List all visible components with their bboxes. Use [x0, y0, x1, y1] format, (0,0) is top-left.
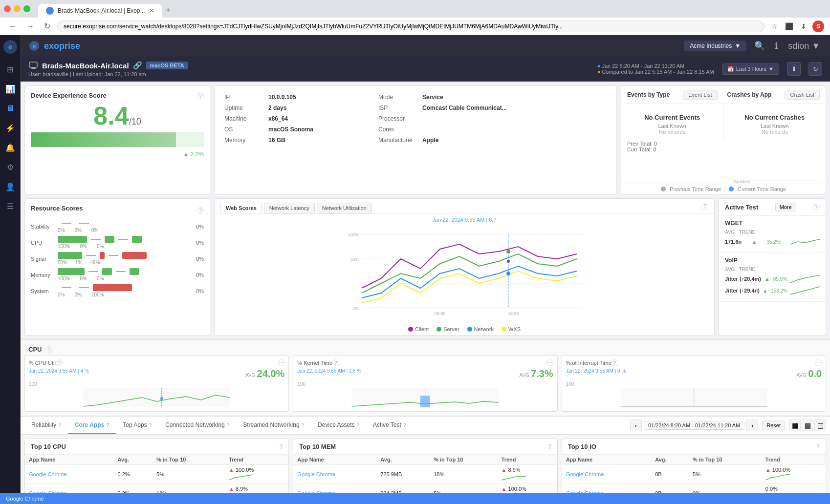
memory-vals: 100% 0% 0% — [58, 276, 189, 281]
sidebar-item-list[interactable]: ☰ — [1, 197, 19, 215]
crash-list-button[interactable]: Crash List — [785, 90, 820, 100]
forward-button[interactable]: → — [23, 21, 37, 32]
maximize-button[interactable] — [23, 5, 30, 12]
voip-title: VoIP — [725, 257, 820, 264]
mem-app-link-1[interactable]: Google Chrome — [297, 471, 335, 477]
cpu-val1: 100% — [58, 244, 70, 249]
mem-avg-1: 725.9MB — [376, 465, 430, 484]
tab-network-utilization[interactable]: Network Utilization — [317, 203, 372, 213]
score-help-icon[interactable]: ? — [197, 92, 204, 99]
tab-top-apps[interactable]: Top Apps ? — [116, 417, 158, 434]
date-prev-button[interactable]: ‹ — [630, 420, 642, 431]
cpu-table-title: Top 10 CPU — [31, 443, 66, 450]
device-icon — [28, 61, 38, 70]
profile-icon[interactable]: S — [812, 21, 824, 32]
io-avg-1: 0B — [651, 465, 689, 484]
tab-reliability[interactable]: Reliability ? — [24, 417, 68, 434]
kernel-time-action[interactable]: ⋯ — [546, 359, 553, 366]
sidebar-item-monitor[interactable]: 🖥 — [1, 100, 19, 117]
active-test-help-icon[interactable]: ? — [813, 204, 820, 210]
bookmark-icon[interactable]: ☆ — [768, 21, 780, 32]
mem-table-help[interactable]: ? — [548, 443, 551, 450]
time-range-button[interactable]: 📅 Last 3 Hours ▼ — [722, 63, 779, 75]
tab-close-button[interactable]: ✕ — [149, 7, 154, 14]
event-list-button[interactable]: Event List — [683, 90, 717, 100]
search-button[interactable]: 🔍 — [752, 39, 767, 53]
svg-text:09:00: 09:00 — [435, 311, 446, 316]
io-table-help[interactable]: ? — [816, 443, 820, 450]
cpu-pct-1: 5% — [153, 465, 225, 484]
signal-val3: 49% — [90, 260, 100, 265]
back-button[interactable]: ← — [6, 21, 20, 32]
network-card: Web Scores Network Latency Network Utili… — [214, 198, 715, 336]
view-list-button[interactable]: ▤ — [802, 420, 813, 431]
reliability-help[interactable]: ? — [58, 422, 61, 428]
memory-bar-2 — [102, 268, 112, 275]
sidebar-item-settings[interactable]: ⚙ — [1, 158, 19, 176]
tab-active-test[interactable]: Active Test ? — [366, 417, 413, 434]
info-card: IP 10.0.0.105 Mode Service Uptime 2 days… — [214, 85, 617, 194]
view-buttons: ▦ ▤ ▥ — [789, 420, 826, 431]
tab-network-latency[interactable]: Network Latency — [264, 203, 315, 213]
events-header: Events by Type Event List Crashes by App… — [621, 86, 826, 104]
view-table-button[interactable]: ▥ — [814, 420, 826, 431]
streamed-networking-help[interactable]: ? — [302, 422, 305, 428]
content-area[interactable]: Device Experience Score ? 8.4/10 ▲ 2.2% — [21, 82, 830, 493]
device-assets-help[interactable]: ? — [357, 422, 360, 428]
top-apps-help[interactable]: ? — [149, 422, 152, 428]
close-button[interactable] — [4, 5, 11, 12]
info-button[interactable]: ℹ — [773, 39, 780, 53]
cpu-util-action2[interactable]: ⋯ — [278, 359, 284, 366]
interrupt-time-date: Jan 22, 2024 9:55 AM | 0 % — [566, 368, 626, 379]
interrupt-time-help[interactable]: ? — [612, 359, 618, 366]
middle-row: Resource Scores ? Stability — [21, 194, 830, 339]
interrupt-y-label: 100 — [566, 381, 822, 387]
refresh-button[interactable]: ↻ — [41, 21, 53, 32]
tab-connected-networking[interactable]: Connected Networking ? — [158, 417, 236, 434]
url-input[interactable] — [57, 21, 764, 32]
interrupt-time-action[interactable]: ⋯ — [815, 359, 822, 366]
sidebar-item-gauge[interactable]: ⚡ — [1, 119, 19, 137]
cpu-table-help[interactable]: ? — [280, 443, 283, 450]
view-grid-button[interactable]: ▦ — [789, 420, 801, 431]
info-value-processor — [418, 113, 611, 124]
mem-col-app: App Name — [293, 455, 376, 465]
refresh-action-button[interactable]: ↻ — [808, 62, 822, 76]
date-range-display: 01/22/24 8:20 AM - 01/22/24 11:20 AM — [644, 421, 744, 430]
download-action-button[interactable]: ⬇ — [787, 62, 801, 76]
active-test-more-button[interactable]: More — [775, 203, 796, 211]
extensions-icon[interactable]: ⬛ — [783, 21, 795, 32]
active-test-help[interactable]: ? — [403, 422, 406, 428]
active-tab[interactable]: Brads-MacBook-Air.local | Exop... ✕ — [38, 4, 162, 18]
kernel-time-help[interactable]: ? — [332, 359, 339, 366]
tab-streamed-networking[interactable]: Streamed Networking ? — [236, 417, 311, 434]
info-value-uptime: 2 days — [264, 103, 374, 113]
chart-help-icon[interactable]: ? — [701, 203, 708, 210]
memory-bar-3 — [130, 268, 139, 275]
connected-networking-help[interactable]: ? — [227, 422, 230, 428]
company-selector[interactable]: Acme Industries ▼ — [684, 41, 746, 51]
active-test-card: Active Test More ? WGET AVG TREND — [719, 198, 826, 336]
tab-core-apps[interactable]: Core Apps ? — [68, 417, 116, 434]
tab-web-scores[interactable]: Web Scores — [220, 203, 262, 213]
sidebar-item-alert[interactable]: 🔔 — [1, 139, 19, 156]
sidebar-item-users[interactable]: 👤 — [1, 178, 19, 195]
cpu-app-link-1[interactable]: Google Chrome — [29, 471, 67, 477]
core-apps-help[interactable]: ? — [106, 422, 109, 428]
sidebar-item-home[interactable]: ⊞ — [1, 61, 19, 78]
reset-button[interactable]: Reset — [762, 420, 785, 430]
tab-device-assets[interactable]: Device Assets ? — [311, 417, 366, 434]
svg-text:e: e — [8, 43, 12, 51]
io-app-link-1[interactable]: Google Chrome — [566, 471, 604, 477]
info-label-os: OS — [220, 124, 264, 135]
minimize-button[interactable] — [14, 5, 21, 12]
sidebar-item-chart[interactable]: 📊 — [1, 80, 19, 98]
user-menu-button[interactable]: sdion ▼ — [786, 39, 822, 53]
cpu-util-help[interactable]: ? — [56, 359, 63, 366]
download-icon[interactable]: ⬇ — [798, 21, 809, 32]
new-tab-button[interactable]: + — [162, 3, 175, 18]
resource-scores-help[interactable]: ? — [197, 207, 204, 214]
date-next-button[interactable]: › — [746, 420, 758, 431]
cpu-help-icon[interactable]: ? — [45, 346, 52, 353]
table-row: Google Chrome 0.2% 18% ▲ 8.9% — [25, 484, 288, 494]
